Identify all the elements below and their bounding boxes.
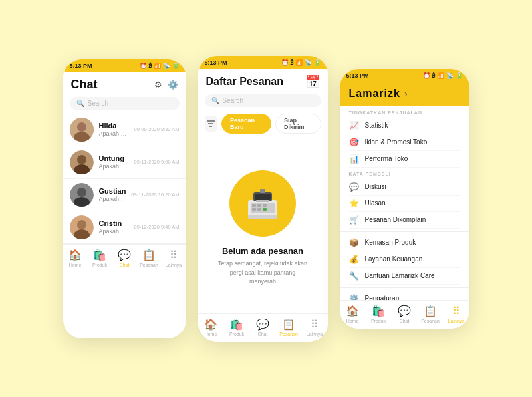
- svg-rect-19: [263, 204, 267, 207]
- search-placeholder-2: Search: [223, 97, 244, 104]
- chat-time-4: 09-12-2020 9:40 AM: [134, 224, 180, 230]
- nav-pesanan-1[interactable]: 📋 Pesanan: [137, 249, 161, 267]
- svg-point-4: [77, 155, 86, 164]
- nav-home-1[interactable]: 🏠 Home: [63, 249, 87, 267]
- filter-icon[interactable]: ⚙: [154, 80, 162, 90]
- nav-produk-label-2: Produk: [229, 332, 244, 336]
- menu-item-pengaturan[interactable]: ⚙️ Pengaturan: [349, 291, 460, 300]
- filter-icon-btn[interactable]: [205, 116, 218, 132]
- menu-item-dikomplain[interactable]: 🛒 Pesanan Dikomplain: [349, 212, 460, 229]
- chat-name-1: Hilda: [99, 122, 129, 130]
- status-bar-1: 5:13 PM ⏰ ₿ 📶 📡 🔋: [63, 59, 186, 72]
- produk-icon-1: 🛍️: [93, 249, 106, 261]
- svg-rect-22: [263, 208, 267, 211]
- chevron-right-icon[interactable]: ›: [404, 88, 408, 99]
- settings-icon[interactable]: ⚙️: [168, 80, 178, 90]
- nav-pesanan-3[interactable]: 📋 Pesanan: [418, 305, 442, 323]
- chat-icon-2: 💬: [256, 318, 269, 331]
- svg-rect-20: [252, 208, 256, 211]
- nav-produk-label-1: Produk: [92, 263, 107, 267]
- home-icon-3: 🏠: [346, 305, 359, 317]
- avatar-3: [70, 183, 94, 207]
- menu-item-ulasan[interactable]: ⭐ Ulasan: [349, 196, 460, 212]
- nav-lainnya-2[interactable]: ⠿ Lainnya: [303, 318, 327, 336]
- diskusi-label: Diskusi: [365, 183, 386, 190]
- nav-produk-3[interactable]: 🛍️ Produk: [366, 305, 390, 323]
- svg-point-10: [77, 220, 86, 229]
- svg-point-1: [77, 122, 86, 132]
- status-icons-3: ⏰ ₿ 📶 📡 🔋: [423, 72, 463, 79]
- nav-home-2[interactable]: 🏠 Home: [199, 318, 223, 336]
- pesanan-search-bar[interactable]: 🔍 Search: [205, 94, 321, 107]
- chat-time-2: 09-11-2020 9:00 AM: [134, 159, 180, 165]
- menu-item-keuangan[interactable]: 💰 Layanan Keuangan: [349, 251, 460, 268]
- dikomplain-icon: 🛒: [349, 215, 360, 225]
- chat-item[interactable]: Gustian Apakah stock masih ada ? 09-11-2…: [63, 179, 186, 211]
- statistik-icon: 📈: [349, 121, 360, 130]
- chat-info-2: Untung Apakah stock masih ada ?: [99, 154, 129, 170]
- status-icons-2: ⏰ ₿ 📶 📡 🔋: [281, 59, 321, 66]
- battery-icon: 🔋: [172, 63, 180, 69]
- ulasan-icon: ⭐: [349, 199, 360, 208]
- pengaturan-label: Pengaturan: [365, 295, 400, 300]
- phone-lainnya: 5:13 PM ⏰ ₿ 📶 📡 🔋 Lamarizk › TINGKATKAN …: [340, 69, 469, 329]
- kemasan-label: Kemasan Produk: [365, 239, 416, 246]
- tab-siap-dikirim-label: Siap Dikirim: [284, 117, 305, 130]
- menu-item-diskusi[interactable]: 💬 Diskusi: [349, 179, 460, 196]
- svg-rect-24: [255, 194, 271, 200]
- store-name: Lamarizk: [349, 88, 400, 100]
- nav-lainnya-label-3: Lainnya: [448, 319, 465, 323]
- chat-name-2: Untung: [99, 154, 129, 162]
- status-time-3: 5:13 PM: [346, 72, 369, 79]
- nav-lainnya-1[interactable]: ⠿ Lainnya: [162, 249, 186, 267]
- nav-produk-label-3: Produk: [371, 319, 386, 323]
- phones-container: 5:13 PM ⏰ ₿ 📶 📡 🔋 Chat ⚙ ⚙️ 🔍 Search: [63, 56, 469, 342]
- menu-item-kemasan[interactable]: 📦 Kemasan Produk: [349, 235, 460, 251]
- calendar-icon[interactable]: 📅: [305, 74, 320, 89]
- nav-produk-2[interactable]: 🛍️ Produk: [225, 318, 249, 336]
- svg-rect-13: [208, 123, 213, 124]
- nav-chat-2[interactable]: 💬 Chat: [251, 318, 275, 336]
- chat-item[interactable]: Hilda Apakah stock masih ada ? 09-09-202…: [63, 114, 186, 146]
- alarm-icon-2: ⏰: [281, 59, 289, 66]
- menu-item-iklan[interactable]: 🎯 Iklan & Promosi Toko: [349, 134, 460, 151]
- phone-chat: 5:13 PM ⏰ ₿ 📶 📡 🔋 Chat ⚙ ⚙️ 🔍 Search: [63, 59, 186, 338]
- filter-tabs: Pesanan Baru Siap Dikirim: [198, 111, 328, 138]
- nav-lainnya-3[interactable]: ⠿ Lainnya: [444, 305, 468, 323]
- pesanan-icon-2: 📋: [282, 318, 295, 331]
- empty-state: Belum ada pesanan Tetap semangat, rejeki…: [198, 138, 328, 313]
- lainnya-icon-3: ⠿: [452, 305, 460, 317]
- nav-lainnya-label-2: Lainnya: [307, 332, 323, 336]
- menu-item-statistik[interactable]: 📈 Statistik: [349, 118, 460, 134]
- chat-item[interactable]: Untung Apakah stock masih ada ? 09-11-20…: [63, 146, 186, 179]
- chat-name-3: Gustian: [99, 187, 126, 195]
- status-bar-3: 5:13 PM ⏰ ₿ 📶 📡 🔋: [340, 69, 469, 82]
- nav-pesanan-2[interactable]: 📋 Pesanan: [277, 318, 301, 336]
- menu-item-bantuan[interactable]: 🔧 Bantuan Lamarizk Care: [349, 268, 460, 285]
- tab-siap-dikirim[interactable]: Siap Dikirim: [275, 114, 321, 134]
- chat-meta-4: 09-12-2020 9:40 AM: [134, 224, 180, 230]
- nav-chat-3[interactable]: 💬 Chat: [392, 305, 416, 323]
- tab-pesanan-baru[interactable]: Pesanan Baru: [221, 114, 271, 134]
- battery-icon-3: 🔋: [456, 72, 463, 79]
- chat-icon-1: 💬: [118, 249, 131, 261]
- lainnya-icon-2: ⠿: [311, 318, 319, 331]
- section-label-pembeli: Kata Pembeli: [349, 168, 460, 179]
- bantuan-label: Bantuan Lamarizk Care: [365, 272, 435, 279]
- svg-rect-25: [256, 200, 269, 202]
- chat-item[interactable]: Cristin Apakah stock masih ada ? 09-12-2…: [63, 211, 186, 244]
- wifi-icon-2: 📶: [295, 59, 303, 66]
- nav-chat-1[interactable]: 💬 Chat: [112, 249, 136, 267]
- chat-time-1: 09-09-2020 8:32 AM: [134, 126, 180, 132]
- diskusi-icon: 💬: [349, 182, 360, 192]
- nav-home-label-3: Home: [346, 319, 359, 323]
- pesanan-icon-1: 📋: [142, 249, 156, 261]
- nav-home-3[interactable]: 🏠 Home: [340, 305, 364, 323]
- chat-search-bar[interactable]: 🔍 Search: [70, 97, 180, 110]
- performa-label: Performa Toko: [365, 155, 408, 162]
- menu-item-performa[interactable]: 📊 Performa Toko: [349, 151, 460, 168]
- chat-msg-4: Apakah stock masih ada ?: [99, 228, 129, 235]
- nav-produk-1[interactable]: 🛍️ Produk: [88, 249, 112, 267]
- avatar-1: [70, 118, 94, 142]
- chat-name-4: Cristin: [99, 219, 129, 227]
